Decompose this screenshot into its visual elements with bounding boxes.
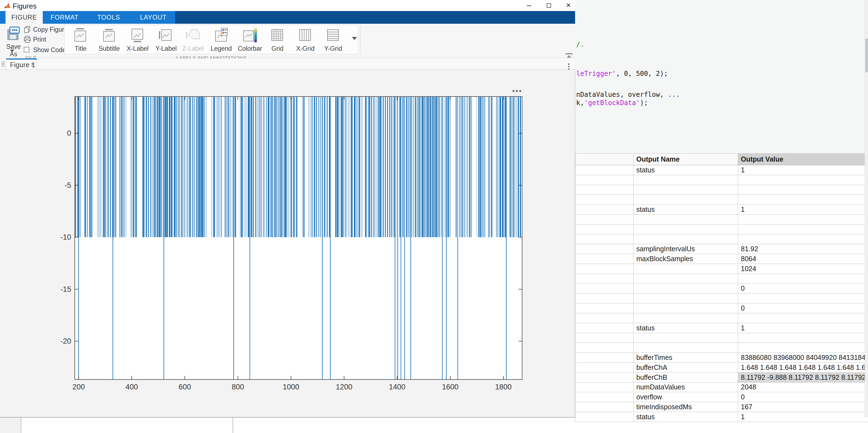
output-name-cell[interactable]: status — [633, 323, 738, 333]
collapse-ribbon-icon[interactable] — [565, 53, 572, 59]
output-value-cell[interactable]: 8064 — [738, 254, 868, 264]
output-name-cell[interactable] — [633, 224, 738, 234]
tab-figure-1[interactable]: Figure 1 ✕ — [6, 59, 37, 69]
row-index-cell[interactable] — [576, 362, 633, 372]
row-index-cell[interactable] — [576, 234, 633, 244]
output-name-cell[interactable]: bufferChA — [633, 362, 738, 372]
row-index-cell[interactable] — [576, 214, 633, 224]
panel-divider[interactable] — [21, 417, 22, 433]
output-value-cell[interactable] — [738, 214, 868, 224]
row-index-cell[interactable] — [576, 205, 633, 215]
output-value-cell[interactable] — [738, 185, 868, 195]
output-value-cell[interactable]: 1024 — [738, 264, 868, 274]
scrollbar-thumb[interactable] — [865, 39, 868, 72]
table-header-output-name[interactable]: Output Name — [633, 154, 738, 165]
output-value-cell[interactable] — [738, 293, 868, 303]
output-name-cell[interactable] — [633, 175, 738, 185]
output-name-cell[interactable]: status — [633, 205, 738, 215]
ribbon-button-x-grid[interactable]: X-Grid — [292, 28, 318, 53]
close-button[interactable]: ✕ — [564, 2, 572, 9]
output-name-cell[interactable] — [633, 293, 738, 303]
output-name-cell[interactable] — [633, 185, 738, 195]
output-name-cell[interactable] — [633, 303, 738, 313]
output-value-cell[interactable]: 0 — [738, 283, 868, 293]
figure-tab-close-icon[interactable]: ✕ — [30, 61, 35, 68]
output-name-cell[interactable] — [633, 274, 738, 283]
row-index-cell[interactable] — [576, 254, 633, 264]
gallery-expand-caret[interactable] — [352, 37, 357, 40]
ribbon-button-x-label[interactable]: X-Label — [124, 28, 151, 53]
row-index-cell[interactable] — [576, 293, 633, 303]
ribbon-tab-figure[interactable]: FIGURE — [5, 11, 43, 24]
panel-divider[interactable] — [232, 417, 233, 433]
output-name-cell[interactable] — [633, 264, 738, 274]
axes-toolbar-ellipsis-icon[interactable] — [513, 90, 515, 92]
row-index-cell[interactable] — [576, 224, 633, 234]
output-value-cell[interactable]: 83886080 83968000 84049920 84131840 8421… — [738, 353, 868, 363]
ribbon-button-legend[interactable]: Legend — [208, 28, 235, 53]
output-name-cell[interactable]: overflow — [633, 392, 738, 402]
output-value-cell[interactable] — [738, 224, 868, 234]
output-value-cell[interactable] — [738, 333, 868, 343]
ribbon-button-colorbar[interactable]: Colorbar — [237, 28, 263, 53]
editor-scrollbar[interactable] — [865, 0, 868, 417]
output-value-cell[interactable]: 1 — [738, 412, 868, 422]
output-value-cell[interactable] — [738, 343, 868, 353]
output-value-cell[interactable]: 8.11792 -9.888 8.11792 8.11792 8.11792 8… — [738, 372, 868, 382]
output-value-cell[interactable]: 2048 — [738, 382, 868, 392]
ribbon-tab-tools[interactable]: TOOLS — [88, 11, 129, 24]
row-index-cell[interactable] — [576, 412, 633, 422]
axes-toolbar-ellipsis-icon[interactable] — [516, 90, 518, 92]
row-index-cell[interactable] — [576, 303, 633, 313]
output-value-cell[interactable] — [738, 195, 868, 205]
row-index-cell[interactable] — [576, 392, 633, 402]
output-value-cell[interactable]: 1.648 1.648 1.648 1.648 1.648 1.648 1.64… — [738, 362, 868, 372]
output-value-cell[interactable] — [738, 234, 868, 244]
save-as-button[interactable]: Save As — [4, 26, 23, 58]
row-index-cell[interactable] — [576, 165, 633, 175]
row-index-cell[interactable] — [576, 372, 633, 382]
output-name-cell[interactable]: samplingIntervalUs — [633, 244, 738, 254]
output-name-cell[interactable]: numDataValues — [633, 382, 738, 392]
ribbon-button-title[interactable]: Title — [67, 28, 94, 53]
output-value-cell[interactable]: 1 — [738, 205, 868, 215]
axes-toolbar-ellipsis-icon[interactable] — [519, 90, 521, 92]
output-name-cell[interactable]: status — [633, 412, 738, 422]
row-index-cell[interactable] — [576, 195, 633, 205]
table-header-output-value[interactable]: Output Value — [738, 154, 868, 165]
output-value-cell[interactable] — [738, 313, 868, 323]
output-name-cell[interactable] — [633, 214, 738, 224]
ribbon-button-y-label[interactable]: Y-Label — [153, 28, 179, 53]
row-index-cell[interactable] — [576, 264, 633, 274]
row-index-cell[interactable] — [576, 343, 633, 353]
row-index-cell[interactable] — [576, 274, 633, 283]
output-value-cell[interactable]: 81.92 — [738, 244, 868, 254]
row-index-cell[interactable] — [576, 313, 633, 323]
output-name-cell[interactable] — [633, 313, 738, 323]
title-bar[interactable]: Figures ✕ — [0, 0, 575, 11]
row-index-cell[interactable] — [576, 382, 633, 392]
output-name-cell[interactable]: bufferChB — [633, 372, 738, 382]
save-as-dropdown-caret[interactable] — [10, 50, 14, 52]
row-index-cell[interactable] — [576, 323, 633, 333]
ribbon-button-subtitle[interactable]: Subtitle — [96, 28, 122, 53]
row-index-cell[interactable] — [576, 283, 633, 293]
table-header-blank[interactable] — [576, 154, 633, 165]
output-name-cell[interactable]: bufferTimes — [633, 353, 738, 363]
row-index-cell[interactable] — [576, 353, 633, 363]
row-index-cell[interactable] — [576, 402, 633, 412]
ribbon-button-y-grid[interactable]: Y-Grid — [320, 28, 346, 53]
drag-grip-icon[interactable] — [1, 61, 5, 67]
output-name-cell[interactable] — [633, 333, 738, 343]
show-code-checkbox[interactable] — [24, 47, 29, 53]
copy-figure-button[interactable]: Copy Figure — [24, 26, 68, 33]
output-name-cell[interactable]: status — [633, 165, 738, 175]
output-value-cell[interactable] — [738, 175, 868, 185]
print-button[interactable]: Print — [24, 36, 46, 43]
row-index-cell[interactable] — [576, 333, 633, 343]
ribbon-tab-format[interactable]: FORMAT — [44, 11, 85, 24]
output-name-cell[interactable]: maxBlockSamples — [633, 254, 738, 264]
minimize-button[interactable] — [525, 2, 533, 9]
row-index-cell[interactable] — [576, 185, 633, 195]
ribbon-button-grid[interactable]: Grid — [264, 28, 291, 53]
